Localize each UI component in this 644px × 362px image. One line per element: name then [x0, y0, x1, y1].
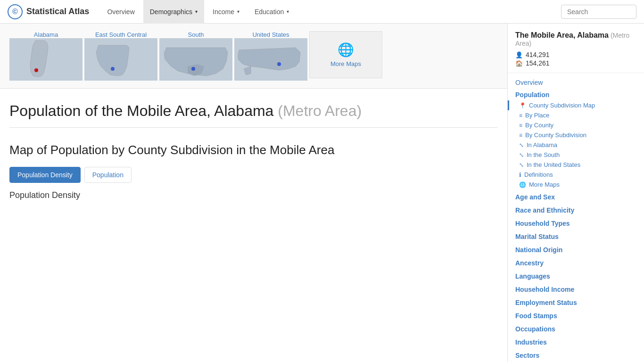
sidebar-food-stamps[interactable]: Food Stamps — [508, 308, 644, 321]
maps-container: Alabama East South Central — [9, 31, 498, 81]
sidebar-population-header[interactable]: Population — [508, 88, 644, 100]
households-value: 154,261 — [526, 59, 550, 67]
sidebar-sectors[interactable]: Sectors — [508, 348, 644, 361]
map-item-south: South — [159, 31, 232, 81]
sidebar-occupations[interactable]: Occupations — [508, 321, 644, 335]
main-content: Alabama East South Central — [0, 24, 507, 362]
page-title-sub: (Metro Area) — [278, 102, 362, 119]
nav-item-overview[interactable]: Overview — [100, 0, 141, 24]
list-icon-place: ≡ — [519, 112, 522, 119]
map-thumb-alabama[interactable] — [9, 38, 83, 81]
population-icon: 👤 — [515, 51, 523, 58]
section-title: Map of Population by County Subdivision … — [9, 143, 334, 157]
map-thumb-east-south[interactable] — [84, 38, 157, 81]
sidebar-household-income[interactable]: Household Income — [508, 282, 644, 295]
sidebar-industries[interactable]: Industries — [508, 335, 644, 348]
sidebar-employment-status[interactable]: Employment Status — [508, 295, 644, 308]
section-heading: Map of Population by County Subdivision … — [0, 128, 507, 167]
expand-icon-us: ⤡ — [519, 162, 524, 168]
brand-logo[interactable]: © Statistical Atlas — [8, 4, 89, 19]
sidebar-household-types[interactable]: Household Types — [508, 216, 644, 229]
expand-icon-south: ⤡ — [519, 152, 524, 158]
sidebar-race-ethnicity[interactable]: Race and Ethnicity — [508, 203, 644, 216]
sidebar: The Mobile Area, Alabama (Metro Area) 👤 … — [507, 24, 644, 362]
sidebar-sub-in-us[interactable]: ⤡ In the United States — [508, 160, 644, 170]
sidebar-stats: 👤 414,291 🏠 154,261 — [515, 51, 636, 67]
sidebar-sub-by-place[interactable]: ≡ By Place — [508, 110, 644, 120]
sidebar-location: The Mobile Area, Alabama (Metro Area) 👤 … — [508, 31, 644, 73]
sidebar-sub-definitions[interactable]: ℹ Definitions — [508, 170, 644, 180]
map-thumb-us[interactable] — [234, 38, 307, 81]
sidebar-sub-by-county-subdivision[interactable]: ≡ By County Subdivision — [508, 130, 644, 140]
sidebar-sub-county-subdivision-map[interactable]: 📍 County Subdivision Map — [508, 100, 644, 110]
search-input[interactable] — [561, 5, 636, 19]
map-label-east-south-central[interactable]: East South Central — [95, 31, 147, 38]
map-label-united-states[interactable]: United States — [252, 31, 289, 38]
nav-item-income[interactable]: Income ▾ — [206, 0, 246, 24]
page-layout: Alabama East South Central — [0, 24, 644, 362]
globe-icon: 🌐 — [338, 42, 354, 58]
svg-point-13 — [277, 62, 281, 66]
sidebar-languages[interactable]: Languages — [508, 269, 644, 282]
nav-item-demographics[interactable]: Demographics ▾ — [143, 0, 204, 24]
sidebar-sub-more-maps[interactable]: 🌐 More Maps — [508, 180, 644, 189]
navbar: © Statistical Atlas Overview Demographic… — [0, 0, 644, 24]
sidebar-location-name: The Mobile Area, Alabama — [515, 31, 609, 39]
households-icon: 🏠 — [515, 60, 523, 67]
list-icon-county: ≡ — [519, 122, 522, 129]
tab-population[interactable]: Population — [84, 167, 132, 183]
subsection-label: Population Density — [9, 190, 80, 200]
sidebar-national-origin[interactable]: National Origin — [508, 242, 644, 255]
expand-icon-alabama: ⤡ — [519, 142, 524, 148]
page-heading: Population of the Mobile Area, Alabama (… — [0, 89, 507, 127]
brand-name: Statistical Atlas — [26, 7, 89, 16]
page-title: Population of the Mobile Area, Alabama (… — [9, 102, 498, 120]
sidebar-stat-population: 👤 414,291 — [515, 51, 636, 58]
income-caret: ▾ — [237, 9, 239, 14]
map-label-alabama[interactable]: Alabama — [34, 31, 58, 38]
sidebar-stat-households: 🏠 154,261 — [515, 59, 636, 67]
map-label-south[interactable]: South — [188, 31, 204, 38]
brand-icon: © — [8, 4, 23, 19]
svg-point-9 — [191, 67, 195, 71]
map-thumb-south[interactable] — [159, 38, 232, 81]
list-icon-county-sub: ≡ — [519, 132, 522, 139]
sidebar-overview[interactable]: Overview — [508, 77, 644, 88]
svg-point-5 — [111, 67, 115, 71]
more-maps-button[interactable]: 🌐 More Maps — [309, 31, 382, 78]
sidebar-ancestry[interactable]: Ancestry — [508, 255, 644, 269]
subsection-heading: Population Density — [0, 189, 507, 200]
map-item-united-states: United States — [234, 31, 307, 81]
sidebar-sub-in-south[interactable]: ⤡ In the South — [508, 150, 644, 160]
population-value: 414,291 — [526, 51, 550, 58]
map-pin-icon: 📍 — [519, 102, 526, 109]
tabs-bar: Population Density Population — [0, 167, 507, 189]
globe-sidebar-icon: 🌐 — [519, 181, 526, 188]
demographics-caret: ▾ — [195, 9, 198, 14]
sidebar-sub-in-alabama[interactable]: ⤡ In Alabama — [508, 140, 644, 150]
info-icon: ℹ — [519, 172, 521, 178]
maps-row: Alabama East South Central — [0, 24, 507, 89]
tab-population-density[interactable]: Population Density — [9, 167, 81, 183]
svg-point-2 — [34, 68, 38, 72]
nav-links: Overview Demographics ▾ Income ▾ Educati… — [100, 0, 561, 24]
sidebar-sub-by-county[interactable]: ≡ By County — [508, 120, 644, 130]
page-title-main: Population of the Mobile Area, Alabama — [9, 102, 273, 119]
sidebar-marital-status[interactable]: Marital Status — [508, 229, 644, 242]
map-item-alabama: Alabama — [9, 31, 83, 81]
sidebar-nav: Overview Population 📍 County Subdivision… — [508, 77, 644, 362]
education-caret: ▾ — [287, 9, 289, 14]
map-item-east-south-central: East South Central — [84, 31, 157, 81]
nav-item-education[interactable]: Education ▾ — [248, 0, 296, 24]
more-maps-label: More Maps — [330, 60, 361, 67]
sidebar-age-sex[interactable]: Age and Sex — [508, 189, 644, 203]
